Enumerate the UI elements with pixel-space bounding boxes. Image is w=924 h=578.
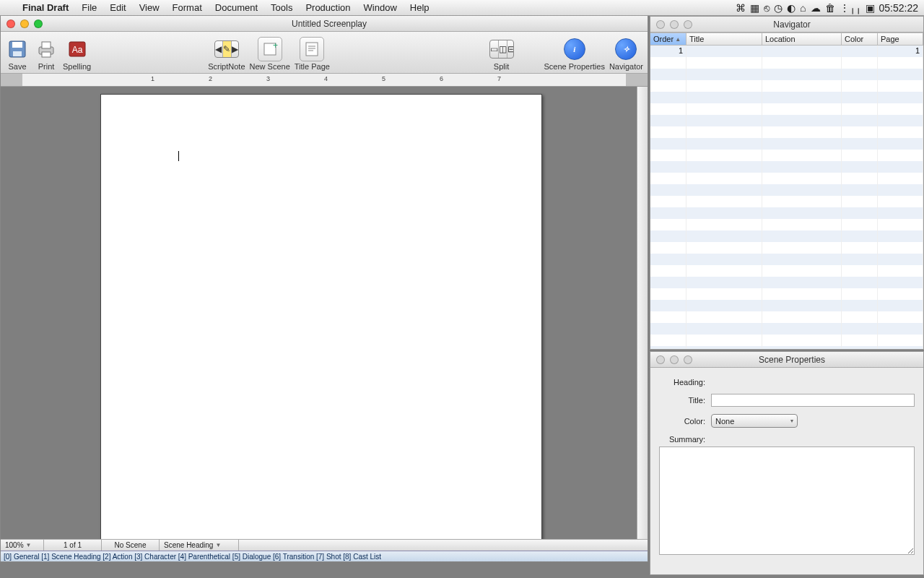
sceneprops-titlebar[interactable]: Scene Properties (650, 352, 923, 368)
page[interactable] (100, 94, 542, 539)
status-icon[interactable]: ⌘ (736, 2, 746, 14)
new-scene-button[interactable]: + New Scene (250, 37, 290, 71)
wifi-icon[interactable]: ⋮╷╷ (840, 2, 861, 14)
navigator-titlebar[interactable]: Navigator (650, 17, 923, 33)
menu-edit[interactable]: Edit (103, 2, 132, 13)
zoom-level[interactable]: 100%▼ (1, 540, 44, 551)
toolbar: Save Print Aa Spelling ◀✎▶ ScriptNote + … (1, 32, 648, 74)
scriptnote-button[interactable]: ◀✎▶ ScriptNote (208, 37, 245, 71)
document-canvas[interactable] (1, 87, 648, 539)
svg-rect-2 (13, 51, 22, 56)
status-icon[interactable]: ◷ (774, 2, 783, 14)
split-v-icon[interactable]: ◫ (498, 40, 507, 58)
sceneprops-title: Scene Properties (661, 355, 923, 365)
menu-view[interactable]: View (133, 2, 166, 13)
scene-properties-button[interactable]: i Scene Properties (544, 37, 605, 71)
ruler[interactable]: 1 2 3 4 5 6 7 (1, 74, 648, 87)
app-menu[interactable]: Final Draft (16, 2, 75, 13)
element-selector[interactable]: Scene Heading▼ (160, 540, 239, 551)
vertical-scrollbar[interactable] (637, 87, 648, 539)
clock[interactable]: 05:52:22 (879, 2, 919, 14)
split-button[interactable]: ▭◫⊟ Split (489, 37, 514, 71)
page-indicator[interactable]: 1 of 1 (44, 540, 102, 551)
status-icon[interactable]: ▦ (750, 2, 759, 14)
info-icon: i (564, 38, 585, 60)
scene-indicator[interactable]: No Scene (102, 540, 160, 551)
color-label: Color: (659, 417, 705, 426)
navigator-rows[interactable]: 1 1 (650, 46, 923, 349)
svg-rect-5 (42, 52, 51, 57)
col-color[interactable]: Color (842, 33, 878, 45)
scene-properties-window: Scene Properties Heading: Title: Color: … (650, 351, 924, 575)
menu-tools[interactable]: Tools (264, 2, 299, 13)
menu-file[interactable]: File (75, 2, 103, 13)
title-field[interactable] (711, 394, 915, 407)
menu-help[interactable]: Help (404, 2, 436, 13)
menu-format[interactable]: Format (166, 2, 209, 13)
system-menubar: Final Draft File Edit View Format Docume… (0, 0, 924, 16)
col-page[interactable]: Page (878, 33, 923, 45)
date-icon[interactable]: ▣ (866, 2, 875, 14)
status-bar: 100%▼ 1 of 1 No Scene Scene Heading▼ (1, 539, 648, 551)
window-title: Untitled Screenplay (11, 19, 648, 29)
summary-field[interactable] (659, 447, 915, 555)
menu-extras: ⌘ ▦ ⎋ ◷ ◐ ⌂ ☁ 🗑 ⋮╷╷ ▣ 05:52:22 (736, 2, 924, 14)
prev-note-icon[interactable]: ◀ (215, 41, 222, 57)
macro-bar[interactable]: [0] General [1] Scene Heading [2] Action… (1, 551, 648, 561)
summary-label: Summary: (659, 435, 705, 444)
compass-icon: ✧ (615, 38, 637, 60)
text-cursor (178, 151, 179, 161)
svg-text:+: + (273, 41, 278, 51)
navigator-window: Navigator Order▲ Title Location Color Pa… (650, 16, 924, 350)
col-title[interactable]: Title (687, 33, 762, 45)
navigator-title: Navigator (661, 20, 923, 30)
svg-rect-1 (12, 42, 22, 48)
navigator-header[interactable]: Order▲ Title Location Color Page (650, 33, 923, 46)
menu-document[interactable]: Document (209, 2, 264, 13)
navigator-button[interactable]: ✧ Navigator (609, 37, 643, 71)
spelling-button[interactable]: Aa Spelling (63, 37, 91, 71)
svg-rect-4 (42, 42, 51, 48)
navigator-row[interactable]: 1 1 (650, 46, 923, 57)
heading-label: Heading: (659, 378, 705, 387)
status-icon[interactable]: ◐ (787, 2, 796, 14)
title-label: Title: (659, 396, 705, 405)
svg-rect-10 (306, 43, 318, 56)
status-icon[interactable]: 🗑 (825, 2, 835, 14)
document-window: Untitled Screenplay Save Print Aa Spelli… (0, 16, 648, 562)
col-location[interactable]: Location (762, 33, 842, 45)
col-order[interactable]: Order▲ (650, 33, 687, 45)
save-button[interactable]: Save (5, 37, 30, 71)
title-page-button[interactable]: Title Page (295, 37, 330, 71)
titlebar[interactable]: Untitled Screenplay (1, 16, 648, 32)
status-icon[interactable]: ☁ (811, 2, 821, 14)
menu-production[interactable]: Production (299, 2, 357, 13)
split-h-icon[interactable]: ⊟ (507, 40, 514, 58)
print-button[interactable]: Print (34, 37, 58, 71)
svg-text:Aa: Aa (71, 45, 82, 55)
status-icon[interactable]: ⌂ (800, 2, 806, 14)
color-select[interactable]: None▾ (711, 414, 798, 428)
next-note-icon[interactable]: ▶ (231, 41, 238, 57)
status-icon[interactable]: ⎋ (764, 2, 770, 14)
menu-window[interactable]: Window (357, 2, 404, 13)
note-icon[interactable]: ✎ (222, 41, 231, 57)
split-single-icon[interactable]: ▭ (490, 40, 498, 58)
